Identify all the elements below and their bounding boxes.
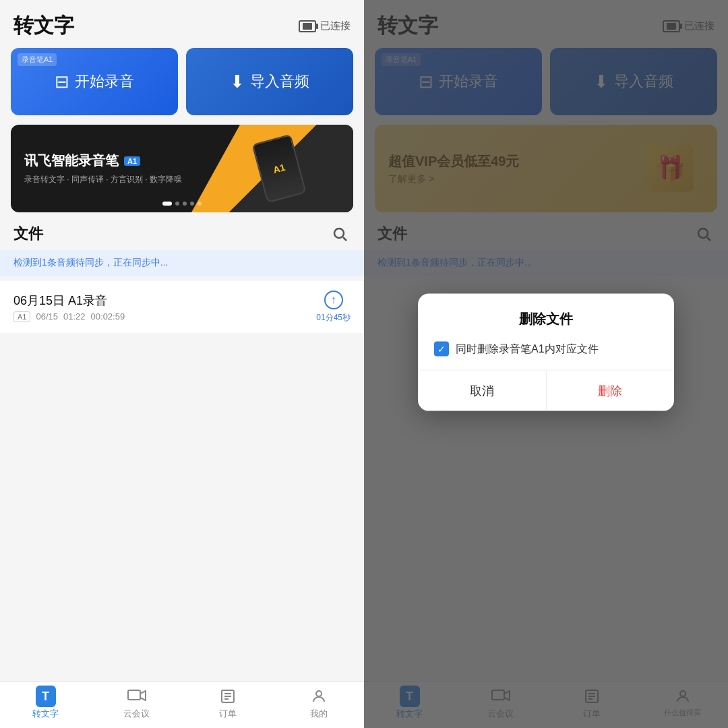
banner-dots	[162, 202, 202, 206]
nav-item-orders[interactable]: 订单	[182, 688, 273, 720]
left-header: 转文字 已连接	[0, 0, 364, 48]
delete-dialog: 删除文件 ✓ 同时删除录音笔A1内对应文件 取消 删除	[418, 294, 674, 411]
svg-line-1	[343, 237, 346, 241]
device-icon	[299, 20, 316, 32]
file-info: 06月15日 A1录音 A1 06/15 01:22 00:02:59	[13, 293, 316, 322]
dialog-cancel-button[interactable]: 取消	[418, 371, 547, 411]
file-duration: 00:02:59	[91, 311, 125, 322]
nav-item-meeting[interactable]: 云会议	[91, 688, 182, 720]
svg-point-7	[316, 691, 322, 696]
dialog-title: 删除文件	[418, 294, 674, 339]
left-panel: 转文字 已连接 录音笔A1 ⊟ 开始录音 ⬇ 导入音频	[0, 0, 364, 728]
nav-icon-orders	[218, 688, 238, 705]
left-bottom-nav: T 转文字 云会议	[0, 681, 364, 728]
nav-item-mine[interactable]: 我的	[273, 688, 364, 720]
right-panel: 转文字 已连接 录音笔A1 ⊟ 开始录音	[364, 0, 728, 728]
action-buttons-container: 录音笔A1 ⊟ 开始录音 ⬇ 导入音频	[0, 48, 364, 125]
nav-item-zhuan[interactable]: T 转文字	[0, 688, 91, 720]
files-section-title: 文件	[13, 224, 43, 244]
sync-notice: 检测到1条音频待同步，正在同步中...	[0, 250, 364, 276]
nav-icon-meeting	[127, 688, 147, 705]
record-button[interactable]: 录音笔A1 ⊟ 开始录音	[11, 48, 178, 115]
promo-banner[interactable]: 讯飞智能录音笔 A1 录音转文字 · 同声传译 · 方言识别 · 数字降噪	[11, 125, 353, 212]
file-date: 06/15	[36, 311, 58, 322]
file-meta: A1 06/15 01:22 00:02:59	[13, 311, 316, 322]
record-icon: ⊟	[55, 71, 69, 92]
svg-point-0	[334, 229, 344, 238]
dialog-option-text: 同时删除录音笔A1内对应文件	[456, 342, 599, 356]
left-page-title: 转文字	[13, 12, 74, 40]
upload-button[interactable]: ↑ 01分45秒	[316, 291, 351, 324]
file-timestamp: 01:22	[63, 311, 86, 322]
search-button[interactable]	[329, 223, 351, 245]
left-connection-status: 已连接	[299, 20, 351, 32]
upload-icon: ↑	[324, 291, 343, 309]
dialog-delete-button[interactable]: 删除	[547, 371, 675, 411]
svg-rect-2	[128, 690, 140, 700]
file-item[interactable]: 06月15日 A1录音 A1 06/15 01:22 00:02:59 ↑ 01…	[0, 281, 364, 333]
import-icon: ⬇	[230, 71, 245, 92]
dialog-option: ✓ 同时删除录音笔A1内对应文件	[418, 339, 674, 370]
dialog-checkbox[interactable]: ✓	[434, 342, 449, 357]
dialog-actions: 取消 删除	[418, 370, 674, 411]
files-header: 文件	[0, 223, 364, 250]
import-button[interactable]: ⬇ 导入音频	[186, 48, 353, 115]
nav-icon-zhuan: T	[36, 688, 56, 705]
banner-title: 讯飞智能录音笔 A1	[24, 152, 182, 170]
file-name: 06月15日 A1录音	[13, 293, 316, 309]
nav-icon-mine	[309, 688, 329, 705]
banner-subtitle: 录音转文字 · 同声传译 · 方言识别 · 数字降噪	[24, 174, 182, 185]
